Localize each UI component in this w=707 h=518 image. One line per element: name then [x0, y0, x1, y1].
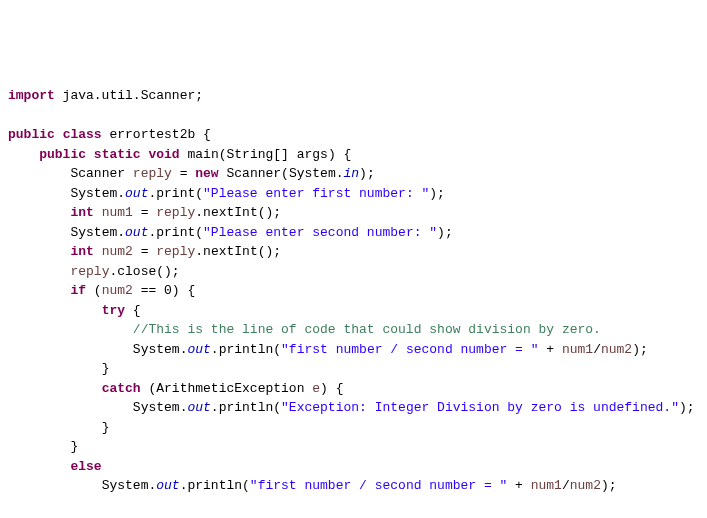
- text: =: [133, 205, 156, 220]
- keyword-try: try: [102, 303, 125, 318]
- text: {: [125, 303, 141, 318]
- keyword-public: public: [8, 127, 55, 142]
- text: .print(: [148, 186, 203, 201]
- string-literal: "first number / second number = ": [281, 342, 538, 357]
- text: (ArithmeticException: [141, 381, 313, 396]
- keyword-else: else: [70, 459, 101, 474]
- text: );: [601, 478, 617, 493]
- text: ) {: [320, 381, 343, 396]
- text: .println(: [211, 400, 281, 415]
- code-block: import java.util.Scanner; public class e…: [8, 86, 699, 518]
- keyword-if: if: [70, 283, 86, 298]
- keyword-catch: catch: [102, 381, 141, 396]
- field-out: out: [187, 400, 210, 415]
- field-out: out: [125, 186, 148, 201]
- text: Scanner: [70, 166, 132, 181]
- var-num1: num1: [531, 478, 562, 493]
- method-sig: main(String[] args) {: [180, 147, 352, 162]
- var-reply: reply: [70, 264, 109, 279]
- var-e: e: [312, 381, 320, 396]
- var-reply: reply: [133, 166, 172, 181]
- field-out: out: [156, 478, 179, 493]
- string-literal: "Exception: Integer Division by zero is …: [281, 400, 679, 415]
- text: /: [593, 342, 601, 357]
- string-literal: "first number / second number = ": [250, 478, 507, 493]
- var-num2: num2: [102, 244, 133, 259]
- text: .println(: [211, 342, 281, 357]
- text: );: [429, 186, 445, 201]
- text: +: [539, 342, 562, 357]
- text: (: [86, 283, 102, 298]
- text: =: [172, 166, 195, 181]
- text: .nextInt();: [195, 205, 281, 220]
- keyword-import: import: [8, 88, 55, 103]
- keyword-class: class: [63, 127, 102, 142]
- text: [94, 205, 102, 220]
- text: [94, 244, 102, 259]
- text: );: [437, 225, 453, 240]
- text: System.: [102, 478, 157, 493]
- var-num2: num2: [601, 342, 632, 357]
- text: +: [507, 478, 530, 493]
- comment: //This is the line of code that could sh…: [133, 322, 601, 337]
- text: .print(: [148, 225, 203, 240]
- keyword-int: int: [70, 244, 93, 259]
- var-reply: reply: [156, 205, 195, 220]
- text: System.: [133, 342, 188, 357]
- text: .println(: [180, 478, 250, 493]
- text: System.: [133, 400, 188, 415]
- field-out: out: [125, 225, 148, 240]
- var-num1: num1: [102, 205, 133, 220]
- text: =: [133, 244, 156, 259]
- text: /: [562, 478, 570, 493]
- brace: {: [195, 127, 211, 142]
- text: .nextInt();: [195, 244, 281, 259]
- brace: }: [70, 439, 78, 454]
- text: );: [679, 400, 695, 415]
- field-in: in: [344, 166, 360, 181]
- text: System.: [70, 186, 125, 201]
- string-literal: "Please enter second number: ": [203, 225, 437, 240]
- brace: }: [102, 361, 110, 376]
- text: );: [632, 342, 648, 357]
- keyword-static: static: [94, 147, 141, 162]
- field-out: out: [187, 342, 210, 357]
- keyword-int: int: [70, 205, 93, 220]
- text: System.: [70, 225, 125, 240]
- text: java.util.Scanner;: [55, 88, 203, 103]
- var-num2: num2: [102, 283, 133, 298]
- var-num2: num2: [570, 478, 601, 493]
- text: .close();: [109, 264, 179, 279]
- var-num1: num1: [562, 342, 593, 357]
- brace: }: [102, 420, 110, 435]
- keyword-public: public: [39, 147, 86, 162]
- text: Scanner(System.: [219, 166, 344, 181]
- keyword-new: new: [195, 166, 218, 181]
- class-name: errortest2b: [109, 127, 195, 142]
- string-literal: "Please enter first number: ": [203, 186, 429, 201]
- keyword-void: void: [148, 147, 179, 162]
- text: == 0) {: [133, 283, 195, 298]
- text: );: [359, 166, 375, 181]
- var-reply: reply: [156, 244, 195, 259]
